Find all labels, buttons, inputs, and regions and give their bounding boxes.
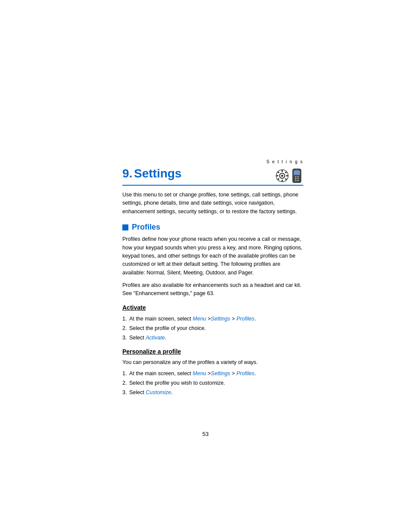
blue-square-icon — [122, 224, 128, 230]
activate-step-3: Select Activate. — [122, 333, 303, 342]
profiles-heading: Profiles — [122, 223, 303, 232]
activate-step-1: At the main screen, select Menu >Setting… — [122, 314, 303, 323]
svg-rect-18 — [297, 180, 299, 181]
personalize-step1-sep1: > — [206, 370, 211, 376]
intro-text: Use this menu to set or change profiles,… — [122, 191, 303, 216]
personalize-step2-text: Select the profile you wish to customize… — [129, 380, 225, 386]
personalize-steps: At the main screen, select Menu >Setting… — [122, 369, 303, 397]
personalize-step3-prefix: Select — [129, 389, 146, 395]
chapter-title: 9. Settings — [122, 167, 181, 180]
activate-step3-link: Activate — [146, 335, 165, 341]
activate-step1-link2: Settings — [211, 316, 230, 322]
gear-icon — [275, 168, 290, 183]
activate-steps: At the main screen, select Menu >Setting… — [122, 314, 303, 342]
content-area: S e t t i n g s 9. Settings — [122, 159, 303, 398]
chapter-icons — [275, 168, 303, 183]
activate-step1-sep1: > — [206, 316, 211, 322]
personalize-step3-link: Customize — [146, 389, 171, 395]
svg-rect-15 — [295, 178, 297, 179]
personalize-step1-sep2: > — [230, 370, 237, 376]
personalize-step-1: At the main screen, select Menu >Setting… — [122, 369, 303, 378]
svg-rect-13 — [295, 176, 297, 177]
activate-step1-sep2: > — [230, 316, 237, 322]
svg-rect-16 — [297, 178, 299, 179]
activate-step3-prefix: Select — [129, 335, 146, 341]
personalize-step-2: Select the profile you wish to customize… — [122, 379, 303, 387]
personalize-step-3: Select Customize. — [122, 388, 303, 397]
page: S e t t i n g s 9. Settings — [0, 0, 411, 532]
svg-point-1 — [281, 175, 283, 177]
svg-rect-12 — [294, 170, 300, 175]
svg-rect-19 — [296, 169, 298, 170]
activate-step1-link3: Profiles — [237, 316, 255, 322]
personalize-step1-link1: Menu — [193, 370, 206, 376]
profiles-title: Profiles — [132, 223, 160, 232]
personalize-step1-link3: Profiles — [237, 370, 255, 376]
activate-step1-suffix: . — [254, 316, 255, 322]
activate-step1-link1: Menu — [193, 316, 206, 322]
phone-icon — [290, 168, 303, 183]
chapter-number: 9. — [122, 167, 132, 180]
svg-rect-14 — [297, 176, 299, 177]
svg-rect-17 — [295, 180, 297, 181]
personalize-title: Personalize a profile — [122, 348, 303, 355]
personalize-step1-link2: Settings — [211, 370, 230, 376]
personalize-intro: You can personalize any of the profiles … — [122, 358, 303, 367]
activate-step-2: Select the profile of your choice. — [122, 324, 303, 333]
activate-title: Activate — [122, 304, 303, 311]
profiles-body1: Profiles define how your phone reacts wh… — [122, 235, 303, 277]
chapter-title-text: Settings — [134, 167, 181, 180]
section-label: S e t t i n g s — [122, 159, 303, 164]
chapter-header: 9. Settings — [122, 167, 303, 186]
activate-step2-text: Select the profile of your choice. — [129, 325, 206, 331]
personalize-step1-suffix: . — [254, 370, 255, 376]
personalize-step3-suffix: . — [171, 389, 172, 395]
activate-step1-prefix: At the main screen, select — [129, 316, 193, 322]
page-number: 53 — [202, 431, 209, 437]
profiles-body2: Profiles are also available for enhancem… — [122, 281, 303, 298]
personalize-step1-prefix: At the main screen, select — [129, 370, 193, 376]
activate-step3-suffix: . — [165, 335, 166, 341]
